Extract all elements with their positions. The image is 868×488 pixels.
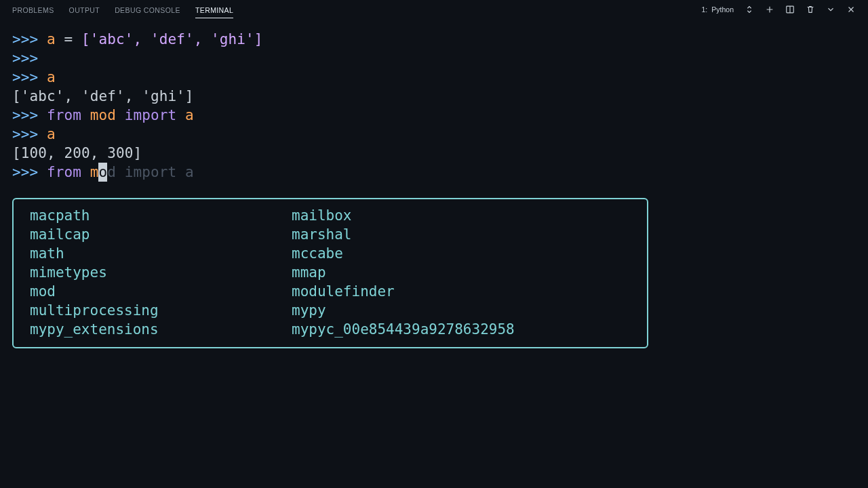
- completion-item[interactable]: math: [30, 244, 292, 263]
- completion-item[interactable]: mccabe: [292, 244, 631, 263]
- completion-item[interactable]: modulefinder: [292, 282, 631, 301]
- terminal-output: ['abc', 'def', 'ghi']: [12, 87, 856, 106]
- tab-output[interactable]: OUTPUT: [69, 1, 100, 18]
- completion-item[interactable]: mailbox: [292, 206, 631, 225]
- panel-tabs: PROBLEMS OUTPUT DEBUG CONSOLE TERMINAL: [12, 1, 233, 18]
- trash-icon[interactable]: [806, 5, 815, 14]
- ghost-text: d: [107, 164, 125, 180]
- completion-item[interactable]: marshal: [292, 225, 631, 244]
- tab-terminal[interactable]: TERMINAL: [195, 1, 233, 18]
- completion-item[interactable]: multiprocessing: [30, 301, 292, 320]
- completion-item[interactable]: mod: [30, 282, 292, 301]
- completion-item[interactable]: mimetypes: [30, 263, 292, 282]
- completion-item[interactable]: mypyc_00e854439a9278632958: [292, 320, 631, 339]
- tab-problems[interactable]: PROBLEMS: [12, 1, 54, 18]
- panel-tab-bar: PROBLEMS OUTPUT DEBUG CONSOLE TERMINAL 1…: [0, 0, 868, 19]
- session-index: 1:: [702, 5, 708, 14]
- completion-item[interactable]: mailcap: [30, 225, 292, 244]
- close-icon[interactable]: [846, 5, 856, 14]
- completion-item[interactable]: macpath: [30, 206, 292, 225]
- terminal-line: >>> a: [12, 68, 856, 87]
- split-icon[interactable]: [785, 5, 795, 14]
- repl-prompt: >>>: [12, 164, 47, 180]
- plus-icon[interactable]: [765, 5, 774, 14]
- terminal-current-line[interactable]: >>> from mod import a: [12, 163, 856, 182]
- completion-popup[interactable]: macpath mailbox mailcap marshal math mcc…: [12, 198, 648, 348]
- chevron-down-icon[interactable]: [826, 5, 835, 14]
- terminal-output: [100, 200, 300]: [12, 144, 856, 163]
- tab-debug-console[interactable]: DEBUG CONSOLE: [115, 1, 180, 18]
- repl-prompt: >>>: [12, 69, 47, 85]
- session-name: Python: [711, 5, 734, 14]
- completion-grid: macpath mailbox mailcap marshal math mcc…: [30, 206, 631, 339]
- completion-item[interactable]: mmap: [292, 263, 631, 282]
- terminal-line: >>>: [12, 49, 856, 68]
- terminal-body[interactable]: >>> a = ['abc', 'def', 'ghi'] >>> >>> a …: [0, 19, 868, 192]
- repl-prompt: >>>: [12, 50, 47, 66]
- terminal-session-selector[interactable]: 1: Python: [702, 5, 734, 14]
- terminal-cursor: o: [98, 163, 107, 182]
- terminal-line: >>> a: [12, 125, 856, 144]
- completion-item[interactable]: mypy: [292, 301, 631, 320]
- terminal-controls: 1: Python: [702, 5, 856, 14]
- terminal-line: >>> from mod import a: [12, 106, 856, 125]
- repl-prompt: >>>: [12, 31, 47, 47]
- updown-icon[interactable]: [745, 5, 754, 14]
- repl-prompt: >>>: [12, 107, 47, 123]
- completion-item[interactable]: mypy_extensions: [30, 320, 292, 339]
- terminal-line: >>> a = ['abc', 'def', 'ghi']: [12, 30, 856, 49]
- repl-prompt: >>>: [12, 126, 47, 142]
